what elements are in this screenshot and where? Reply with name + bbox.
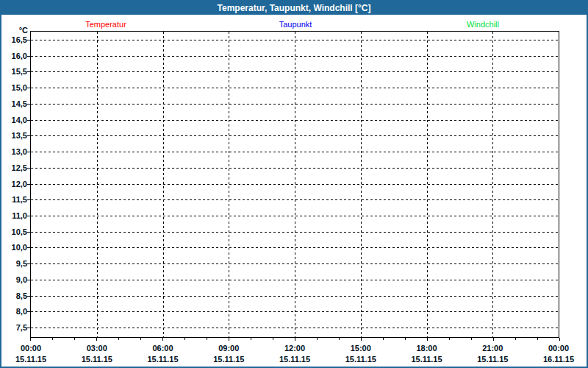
x-major-tick	[295, 338, 295, 341]
x-major-tick	[162, 338, 163, 341]
x-minor-tick	[449, 338, 450, 340]
x-minor-tick	[471, 338, 472, 340]
y-tick-label: 8,5	[1, 291, 27, 300]
y-tick-label: 10,5	[1, 227, 27, 236]
legend-item-windchill: Windchill	[467, 20, 499, 29]
y-tick-label: 13,0	[1, 147, 27, 156]
x-minor-tick	[515, 338, 516, 340]
x-tick-label-time: 03:00	[68, 344, 126, 353]
x-minor-tick	[184, 338, 185, 340]
x-tick-label-date: 15.11.15	[1, 355, 60, 364]
x-minor-tick	[140, 338, 141, 340]
x-minor-tick	[537, 338, 538, 340]
chart-title-bar: Temperatur, Taupunkt, Windchill [°C]	[1, 1, 587, 15]
x-tick-label-time: 06:00	[134, 344, 193, 353]
x-major-tick	[559, 338, 560, 341]
y-tick-label: 11,5	[1, 195, 27, 204]
y-tick-label: 9,5	[1, 259, 27, 268]
y-tick-label: 14,0	[1, 116, 27, 124]
chart-window: Temperatur, Taupunkt, Windchill [°C] Tem…	[0, 0, 588, 368]
y-tick-label: 15,5	[1, 67, 27, 76]
x-gridline	[492, 32, 493, 337]
x-tick-label-time: 12:00	[265, 344, 324, 353]
x-minor-tick	[273, 338, 273, 340]
y-axis-tick-labels: 16,516,015,515,014,514,013,513,012,512,0…	[1, 31, 27, 338]
y-tick-label: 13,5	[1, 131, 27, 140]
legend-item-temperatur: Temperatur	[85, 20, 126, 29]
x-gridline	[97, 32, 98, 337]
y-tick-label: 8,0	[1, 307, 27, 316]
x-tick-label-time: 21:00	[463, 344, 522, 353]
y-tick-label: 9,0	[1, 275, 27, 284]
x-tick-label-time: 15:00	[331, 344, 390, 353]
x-tick-label-date: 15.11.15	[199, 355, 258, 364]
x-major-tick	[493, 338, 494, 341]
y-tick-label: 15,0	[1, 83, 27, 92]
y-tick-label: 14,5	[1, 99, 27, 108]
x-major-tick	[96, 338, 97, 341]
x-major-tick	[229, 338, 229, 341]
x-minor-tick	[383, 338, 384, 340]
x-tick-label-time: 00:00	[529, 344, 588, 353]
x-tick-label-date: 15.11.15	[398, 355, 456, 364]
y-tick-label: 12,0	[1, 180, 27, 188]
x-gridline	[229, 32, 229, 337]
plot-area	[30, 31, 559, 338]
x-minor-tick	[317, 338, 318, 340]
x-minor-tick	[207, 338, 207, 340]
x-minor-tick	[339, 338, 340, 340]
x-tick-label-time: 00:00	[1, 344, 60, 353]
x-axis-ticks	[30, 338, 559, 342]
x-gridline	[361, 32, 362, 337]
x-gridline	[163, 32, 164, 337]
x-tick-label-date: 15.11.15	[463, 355, 522, 364]
x-gridline	[295, 32, 295, 337]
y-tick-label: 11,0	[1, 211, 27, 220]
chart-title: Temperatur, Taupunkt, Windchill [°C]	[218, 3, 371, 13]
x-tick-label-date: 15.11.15	[68, 355, 126, 364]
x-major-tick	[30, 338, 31, 341]
legend-item-taupunkt: Taupunkt	[279, 20, 312, 29]
y-tick-label: 10,0	[1, 243, 27, 252]
y-tick-label: 7,5	[1, 323, 27, 332]
y-tick-label: 12,5	[1, 163, 27, 172]
y-tick-label: 16,0	[1, 52, 27, 60]
x-tick-label-time: 09:00	[199, 344, 258, 353]
x-minor-tick	[52, 338, 53, 340]
x-tick-label-date: 16.11.15	[529, 355, 588, 364]
x-minor-tick	[118, 338, 119, 340]
x-major-tick	[361, 338, 362, 341]
x-minor-tick	[251, 338, 251, 340]
x-tick-label-date: 15.11.15	[331, 355, 390, 364]
x-major-tick	[427, 338, 428, 341]
y-tick-label: 16,5	[1, 35, 27, 44]
x-minor-tick	[74, 338, 75, 340]
x-tick-label-time: 18:00	[398, 344, 456, 353]
x-tick-label-date: 15.11.15	[134, 355, 193, 364]
x-tick-label-date: 15.11.15	[265, 355, 324, 364]
x-minor-tick	[405, 338, 406, 340]
x-gridline	[427, 32, 428, 337]
